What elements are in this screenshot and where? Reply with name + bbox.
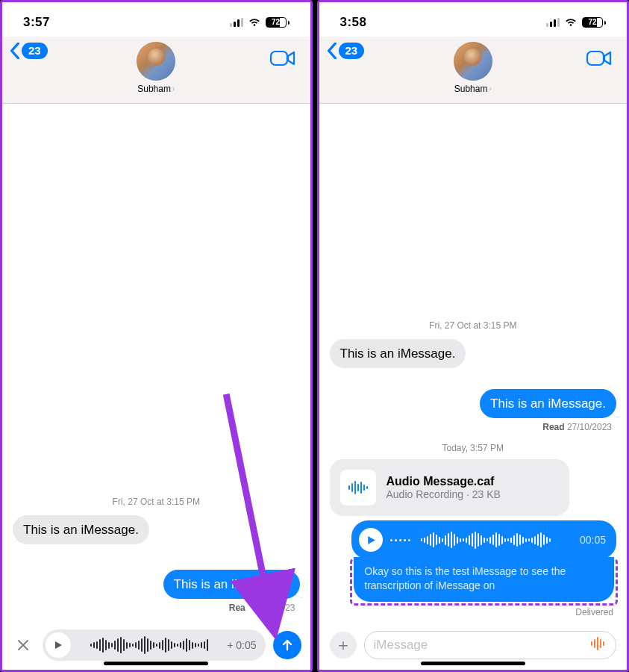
attachment-title: Audio Message.caf [387,475,501,488]
message-incoming[interactable]: This is an iMessage. [13,515,149,544]
placeholder: iMessage [374,638,428,653]
message-list[interactable]: Fri, 27 Oct at 3:15 PM This is an iMessa… [319,104,628,670]
status-time: 3:57 [23,15,50,30]
facetime-button[interactable] [270,49,295,71]
play-button[interactable] [46,632,71,658]
message-outgoing[interactable]: This is an iMessage. [163,570,300,599]
status-indicators: 72 [546,17,606,28]
phone-right: 3:58 72 23 Subham› [317,0,630,672]
voice-record-icon[interactable] [590,637,607,653]
cellular-icon [230,18,243,27]
phone-left: 3:57 72 23 Subham› [0,0,313,672]
voice-transcription: Okay so this is the test iMessage to see… [354,557,614,602]
message-input[interactable]: iMessage [364,631,617,659]
home-indicator[interactable] [104,662,208,665]
audio-pill: + 0:05 [43,629,266,661]
duration-label: + 0:05 [227,639,256,651]
conversation-header: 23 Subham› [319,37,628,104]
message-list[interactable]: Fri, 27 Oct at 3:15 PM This is an iMessa… [2,104,310,670]
status-indicators: 72 [230,17,290,28]
status-time: 3:58 [340,15,367,30]
battery-icon: 72 [266,17,290,28]
attachment-subtitle: Audio Recording · 23 KB [387,488,501,500]
back-button[interactable]: 23 [327,43,365,59]
cancel-button[interactable] [11,633,35,657]
delivered-label: Delivered [319,604,628,617]
waveform-icon [421,529,572,551]
waveform-icon [78,636,219,654]
timestamp: Today, 3:57 PM [319,443,628,453]
status-bar: 3:58 72 [319,2,628,37]
facetime-button[interactable] [586,49,612,71]
attachment-text: Audio Message.caf Audio Recording · 23 K… [387,475,501,500]
message-incoming[interactable]: This is an iMessage. [330,339,466,368]
read-receipt: Rea 0/2023 [2,601,310,613]
wifi-icon [564,17,578,28]
send-button[interactable] [273,631,301,659]
apps-button[interactable]: ＋ [330,632,357,659]
message-outgoing[interactable]: This is an iMessage. [480,389,616,418]
leading-dots [390,539,410,541]
svg-rect-0 [271,52,287,65]
contact-button[interactable]: Subham› [137,42,175,94]
chevron-right-icon: › [489,84,491,93]
audio-attachment[interactable]: Audio Message.caf Audio Recording · 23 K… [330,459,570,516]
home-indicator[interactable] [421,662,525,665]
unread-badge: 23 [339,43,365,59]
timestamp: Fri, 27 Oct at 3:15 PM [2,497,310,507]
wifi-icon [248,17,261,28]
unread-badge: 23 [22,43,48,59]
battery-icon: 72 [582,17,606,28]
avatar [137,42,175,81]
conversation-header: 23 Subham› [2,37,310,104]
avatar [454,42,492,81]
voice-message[interactable]: 00:05 Okay so this is the test iMessage … [351,520,616,604]
chevron-right-icon: › [172,84,175,93]
contact-name: Subham› [137,84,175,94]
timestamp: Fri, 27 Oct at 3:15 PM [319,320,628,331]
cellular-icon [546,18,560,27]
back-button[interactable]: 23 [10,43,48,59]
annotation-highlight: Okay so this is the test iMessage to see… [350,558,618,606]
voice-duration: 00:05 [580,534,606,546]
contact-name: Subham› [454,84,492,94]
svg-rect-2 [587,52,604,65]
read-receipt: Read 27/10/2023 [319,420,628,432]
status-bar: 3:57 72 [2,2,310,37]
play-button[interactable] [359,528,383,552]
contact-button[interactable]: Subham› [454,42,492,94]
audio-file-icon [340,470,376,505]
